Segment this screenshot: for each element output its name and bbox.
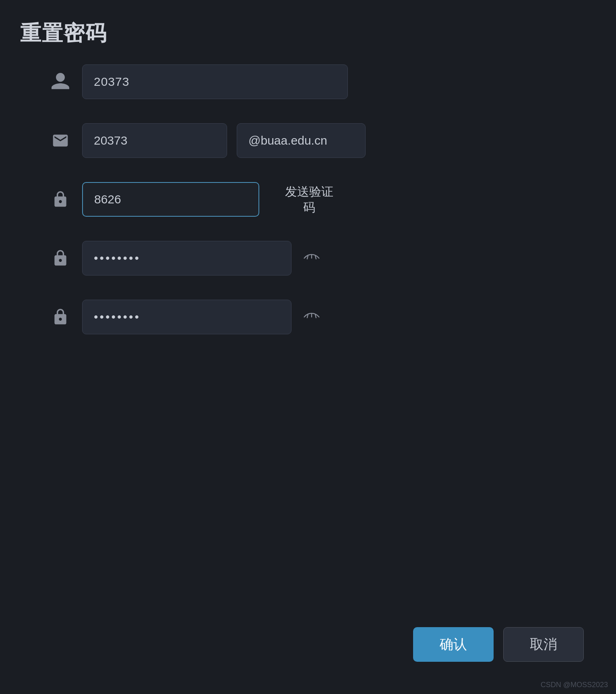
eye-closed-icon-2[interactable] bbox=[301, 307, 322, 327]
new-password-input[interactable] bbox=[82, 241, 291, 276]
svg-line-3 bbox=[307, 315, 308, 318]
lock-icon-2 bbox=[52, 249, 69, 267]
email-icon-col bbox=[48, 132, 72, 149]
user-icon bbox=[52, 73, 69, 91]
username-input[interactable] bbox=[82, 64, 348, 99]
username-row bbox=[48, 64, 568, 99]
form-container: 发送验证 码 bbox=[48, 64, 568, 334]
verify-code-row: 发送验证 码 bbox=[48, 182, 568, 217]
send-code-button[interactable]: 发送验证 码 bbox=[269, 182, 349, 217]
email-suffix-input[interactable] bbox=[237, 123, 366, 158]
lock-icon-3 bbox=[52, 308, 69, 326]
user-icon-col bbox=[48, 73, 72, 91]
svg-line-2 bbox=[315, 256, 316, 259]
email-prefix-input[interactable] bbox=[82, 123, 227, 158]
email-icon bbox=[52, 132, 69, 149]
lock-icon-col-1 bbox=[48, 191, 72, 208]
watermark: CSDN @MOSS2023 bbox=[541, 681, 608, 689]
lock-icon-1 bbox=[52, 191, 69, 208]
svg-line-5 bbox=[315, 315, 316, 318]
confirm-password-row bbox=[48, 300, 568, 334]
lock-icon-col-3 bbox=[48, 308, 72, 326]
new-password-row bbox=[48, 241, 568, 276]
confirm-button[interactable]: 确认 bbox=[413, 627, 494, 662]
verify-code-input[interactable] bbox=[82, 182, 259, 217]
eye-closed-icon-1[interactable] bbox=[301, 248, 322, 269]
confirm-password-input[interactable] bbox=[82, 300, 291, 334]
svg-line-0 bbox=[307, 256, 308, 259]
action-buttons: 确认 取消 bbox=[413, 627, 584, 662]
lock-icon-col-2 bbox=[48, 249, 72, 267]
cancel-button[interactable]: 取消 bbox=[503, 627, 584, 662]
page-title: 重置密码 bbox=[20, 19, 107, 48]
email-row bbox=[48, 123, 568, 158]
